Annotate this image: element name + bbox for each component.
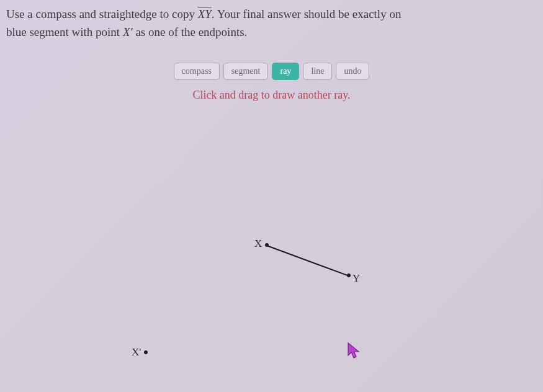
line-tool-button[interactable]: line [303, 63, 332, 80]
point-x-prime: X′ [123, 25, 133, 38]
cursor-icon [348, 342, 361, 360]
point-y-dot[interactable] [347, 274, 351, 277]
problem-text-3: blue segment with point [6, 25, 123, 38]
drawing-canvas[interactable]: X Y X' [0, 124, 543, 392]
undo-tool-button[interactable]: undo [336, 63, 369, 80]
ray-tool-button[interactable]: ray [272, 63, 299, 80]
tool-toolbar: compass segment ray line undo [0, 63, 543, 80]
point-xprime-dot[interactable] [144, 350, 148, 354]
compass-tool-button[interactable]: compass [174, 63, 220, 80]
problem-statement: Use a compass and straightedge to copy X… [0, 0, 543, 42]
point-x-label: X [254, 238, 262, 250]
segment-xy-line [267, 245, 349, 277]
segment-xy: XY [198, 7, 212, 20]
problem-text-1: Use a compass and straightedge to copy [6, 7, 198, 20]
hint-text: Click and drag to draw another ray. [0, 89, 543, 102]
point-xprime-label: X' [132, 346, 141, 359]
segment-tool-button[interactable]: segment [223, 63, 269, 80]
problem-text-2: . Your final answer should be exactly on [212, 7, 402, 20]
problem-text-4: as one of the endpoints. [133, 25, 248, 38]
point-y-label: Y [352, 272, 360, 285]
point-x-dot[interactable] [265, 243, 269, 247]
